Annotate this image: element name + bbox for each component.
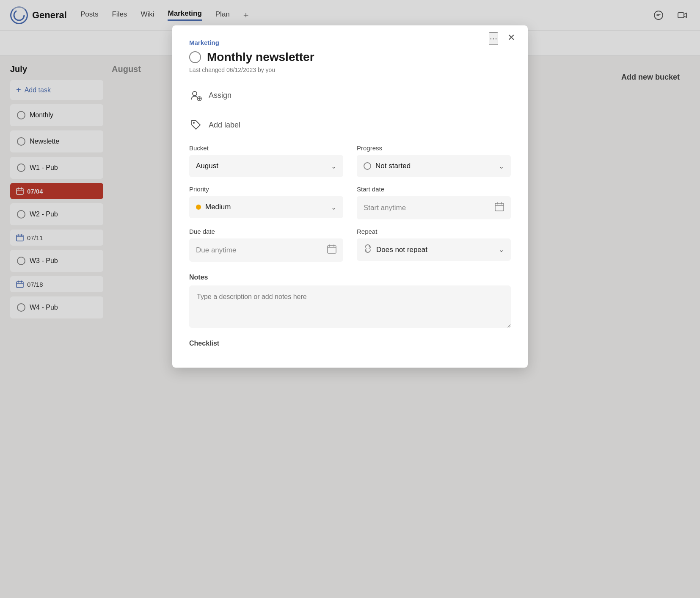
priority-field-group: Priority Medium ⌄ (189, 185, 343, 219)
start-date-value: Start anytime (364, 204, 406, 212)
modal-close-button[interactable]: ✕ (507, 32, 515, 43)
fields-grid: Bucket August ⌄ Progress Not started ⌄ (189, 144, 511, 262)
add-label-row[interactable]: Add label (189, 115, 511, 135)
svg-rect-9 (495, 203, 504, 211)
repeat-field-label: Repeat (357, 228, 511, 235)
task-completion-circle[interactable] (189, 51, 201, 63)
notes-section: Notes (189, 274, 511, 329)
start-date-field-group: Start date Start anytime (357, 185, 511, 219)
start-date-field-label: Start date (357, 185, 511, 193)
repeat-select[interactable]: Does not repeat ⌄ (357, 238, 511, 261)
svg-rect-10 (328, 246, 336, 253)
priority-chevron-icon: ⌄ (331, 203, 336, 211)
bucket-chevron-icon: ⌄ (331, 162, 336, 170)
svg-point-6 (193, 91, 197, 96)
progress-select[interactable]: Not started ⌄ (357, 155, 511, 177)
notes-label: Notes (189, 274, 511, 281)
due-date-calendar-icon (327, 244, 336, 256)
priority-field-label: Priority (189, 185, 343, 193)
progress-value: Not started (375, 162, 411, 170)
modal-bucket-label: Marketing (189, 39, 511, 46)
assign-label: Assign (209, 91, 231, 100)
due-date-field-label: Due date (189, 228, 343, 235)
label-icon (189, 118, 203, 132)
repeat-chevron-icon: ⌄ (499, 246, 504, 254)
modal-task-title: Monthly newsletter (207, 50, 314, 64)
modal-last-changed: Last changed 06/12/2023 by you (189, 66, 511, 73)
bucket-value: August (196, 162, 218, 170)
priority-value: Medium (205, 203, 231, 211)
repeat-value: Does not repeat (376, 246, 427, 254)
svg-point-8 (193, 122, 195, 124)
tag-icon (190, 119, 202, 131)
progress-chevron-icon: ⌄ (499, 162, 504, 170)
modal-task-title-row: Monthly newsletter (189, 50, 511, 64)
priority-select[interactable]: Medium ⌄ (189, 196, 343, 218)
modal-more-button[interactable]: ··· (489, 32, 498, 45)
bucket-select[interactable]: August ⌄ (189, 155, 343, 177)
modal-overlay: ··· ✕ Marketing Monthly newsletter Last … (0, 0, 700, 598)
progress-circle-icon (364, 162, 371, 170)
due-date-select[interactable]: Due anytime (189, 238, 343, 262)
repeat-icon (364, 244, 372, 255)
assign-icon (189, 89, 203, 102)
assign-row[interactable]: Assign (189, 85, 511, 105)
progress-field-label: Progress (357, 144, 511, 152)
checklist-label: Checklist (189, 340, 511, 347)
bucket-field-label: Bucket (189, 144, 343, 152)
start-date-calendar-icon (495, 202, 504, 213)
progress-field-group: Progress Not started ⌄ (357, 144, 511, 177)
repeat-field-group: Repeat Does not repeat ⌄ (357, 228, 511, 262)
assign-people-icon (190, 89, 202, 101)
bucket-field-group: Bucket August ⌄ (189, 144, 343, 177)
start-date-select[interactable]: Start anytime (357, 196, 511, 219)
priority-dot-icon (196, 205, 201, 210)
due-date-field-group: Due date Due anytime (189, 228, 343, 262)
add-label-label: Add label (209, 121, 240, 130)
notes-textarea[interactable] (189, 285, 511, 328)
due-date-value: Due anytime (196, 246, 236, 255)
task-detail-modal: ··· ✕ Marketing Monthly newsletter Last … (172, 25, 528, 368)
